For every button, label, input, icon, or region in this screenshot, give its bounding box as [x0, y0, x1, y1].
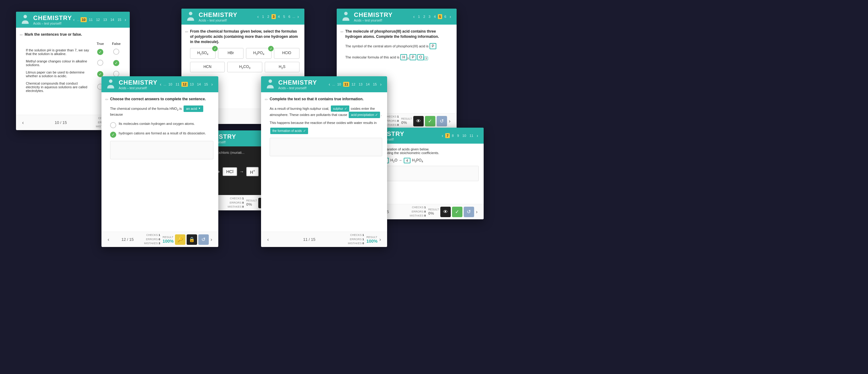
row1-true-radio[interactable]: ✓: [97, 49, 103, 55]
card5-answer-sulphur[interactable]: sulphur ✓: [331, 105, 349, 112]
eye-btn3[interactable]: 👁: [413, 116, 424, 126]
row1-false-radio[interactable]: [113, 49, 119, 55]
card1-nav-11[interactable]: 11: [88, 17, 94, 22]
refresh-btn7[interactable]: ↺: [464, 207, 474, 217]
row2-false-radio[interactable]: ✓: [113, 60, 119, 66]
card7-nav-8[interactable]: 8: [451, 133, 455, 138]
lock-btn4[interactable]: 🔒: [187, 235, 197, 245]
card5-nav-15[interactable]: 15: [372, 82, 378, 87]
card5-nav-next[interactable]: ›: [379, 81, 383, 87]
card5-nav-prev[interactable]: ‹: [328, 81, 332, 87]
card2-nav-4[interactable]: 4: [277, 14, 281, 19]
card5-answer-acid-precip[interactable]: acid precipitation ✓: [349, 112, 380, 118]
card3-nav-3[interactable]: 3: [427, 14, 432, 19]
pencil-icon3: ✏: [340, 30, 344, 34]
card3-nav: ‹ 1 2 3 4 5 6 ›: [412, 13, 452, 20]
card3-o-input[interactable]: O: [417, 54, 424, 60]
card1-title-block: CHEMISTRY Acids – test yourself!: [33, 14, 72, 25]
card4-nav-14[interactable]: 14: [196, 82, 202, 87]
card3-nav-6[interactable]: 6: [443, 14, 447, 19]
formula-hclo[interactable]: HClO: [274, 48, 300, 58]
card7-nav-11[interactable]: 11: [468, 133, 474, 138]
card1-nav-15[interactable]: 15: [116, 17, 122, 22]
eye-btn7[interactable]: 👁: [440, 207, 451, 217]
card1-nav-12[interactable]: 12: [95, 17, 101, 22]
card2-nav-3[interactable]: 3: [272, 14, 276, 19]
card4-nav-prev[interactable]: ‹: [159, 81, 163, 87]
footer5-next-btn[interactable]: ›: [378, 236, 383, 243]
card4-nav-10[interactable]: 10: [167, 82, 174, 87]
card4-nav-13[interactable]: 13: [189, 82, 195, 87]
card4-dropdown[interactable]: an acid: [184, 105, 203, 112]
card4-nav-15[interactable]: 15: [203, 82, 209, 87]
refresh-btn3[interactable]: ↺: [437, 116, 447, 126]
card4-nav-11[interactable]: 11: [174, 82, 181, 87]
card2-nav-prev[interactable]: ‹: [256, 13, 260, 20]
card5-answer-formation[interactable]: the formation of acids ✓: [270, 128, 308, 134]
card5-textarea[interactable]: [270, 138, 382, 156]
card1-nav-14[interactable]: 14: [109, 17, 115, 22]
formula-h3po4[interactable]: H3PO4 ✓: [246, 48, 272, 58]
footer-prev-btn[interactable]: ‹: [20, 119, 26, 126]
footer4-next-btn[interactable]: ›: [209, 236, 214, 243]
key-btn4[interactable]: 🔑: [175, 235, 185, 245]
row3-false-radio[interactable]: [113, 71, 119, 77]
card7-nav-10[interactable]: 10: [461, 133, 467, 138]
card4-nav-next[interactable]: ›: [210, 81, 214, 87]
formula-h2s[interactable]: H2S: [265, 62, 300, 72]
card7-nav-7[interactable]: 7: [445, 133, 450, 138]
refresh-btn4[interactable]: ↺: [198, 235, 209, 245]
card3-answer-p[interactable]: P: [430, 43, 436, 49]
card2-header: CHEMISTRY Acids – test yourself! ‹ 1 2 3…: [181, 9, 304, 25]
footer4-prev-btn[interactable]: ‹: [106, 236, 111, 243]
card1-nav-13[interactable]: 13: [102, 17, 108, 22]
row2-true-radio[interactable]: [97, 60, 103, 66]
card1-nav-prev[interactable]: ‹: [72, 17, 76, 23]
card4-nav-12[interactable]: 12: [181, 82, 188, 87]
card3-h-input[interactable]: H: [400, 54, 407, 60]
formula-hbr[interactable]: HBr: [218, 48, 244, 58]
table-row: If the solution pH is greater than 7, we…: [25, 46, 125, 58]
card7-nav-9[interactable]: 9: [456, 133, 460, 138]
card4-result: RESULT100%: [163, 236, 174, 244]
footer5-prev-btn[interactable]: ‹: [265, 236, 271, 243]
card3-p-input[interactable]: P: [409, 54, 416, 60]
card1-nav-next[interactable]: ›: [123, 17, 127, 23]
card3-nav-4[interactable]: 4: [433, 14, 437, 19]
card3-nav-1[interactable]: 1: [417, 14, 421, 19]
formula-h2so4[interactable]: H2SO4 ✓: [190, 48, 216, 58]
card3-nav-5[interactable]: 5: [438, 14, 442, 19]
card5-nav-10[interactable]: 10: [336, 82, 342, 87]
card4-option2-radio[interactable]: ✓: [110, 132, 116, 138]
card2-nav-5[interactable]: 5: [282, 14, 286, 19]
card2-nav-next[interactable]: ›: [296, 13, 300, 20]
card5-app-title: CHEMISTRY: [278, 79, 328, 86]
card7-nav-next[interactable]: ›: [475, 132, 479, 139]
card7-nav-prev[interactable]: ‹: [441, 132, 444, 139]
card4-textarea[interactable]: [110, 141, 213, 159]
card4-option1-radio[interactable]: [110, 122, 116, 128]
card2-nav-6[interactable]: 6: [287, 14, 291, 19]
card3-nav-prev[interactable]: ‹: [412, 13, 416, 20]
card5-nav-13[interactable]: 13: [358, 82, 364, 87]
card2-nav-2[interactable]: 2: [266, 14, 271, 19]
check-btn3[interactable]: ✓: [425, 116, 435, 126]
card5-nav-14[interactable]: 14: [365, 82, 371, 87]
footer3-next-btn[interactable]: ›: [447, 118, 452, 125]
card4-nav: ‹ ... 10 11 12 13 14 15 ›: [159, 81, 214, 87]
formula-hcn[interactable]: HCN: [190, 62, 225, 72]
card5-nav-11[interactable]: 11: [343, 82, 349, 87]
card3-line1: The symbol of the central atom of phosph…: [345, 43, 452, 49]
eq-4[interactable]: 4: [404, 158, 410, 163]
pencil-icon5: ✏: [265, 97, 268, 102]
card2-nav-1[interactable]: 1: [261, 14, 265, 19]
footer7-next-btn[interactable]: ›: [474, 209, 479, 215]
card5-nav-12[interactable]: 12: [350, 82, 356, 87]
formula-h2co3[interactable]: H2CO3: [227, 62, 262, 72]
card1-nav-10[interactable]: 10: [81, 17, 87, 22]
check-btn7[interactable]: ✓: [452, 207, 462, 217]
card3-nav-next[interactable]: ›: [448, 13, 452, 20]
card3-nav-2[interactable]: 2: [422, 14, 427, 19]
card3-o-sub[interactable]: 3: [424, 57, 428, 60]
card1-header: CHEMISTRY Acids – test yourself! ‹ ... 1…: [16, 12, 130, 28]
